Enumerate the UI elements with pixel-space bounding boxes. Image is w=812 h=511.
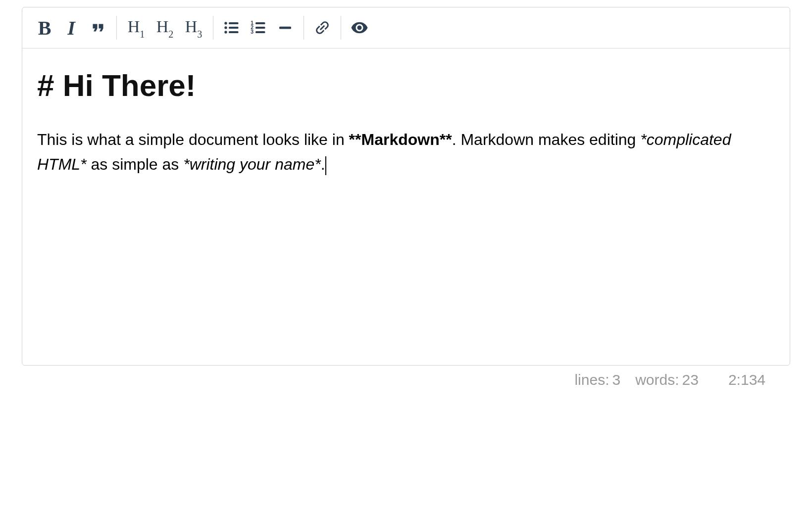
svg-rect-1: [229, 22, 239, 24]
svg-rect-3: [229, 27, 239, 29]
unordered-list-button[interactable]: [218, 13, 245, 42]
toolbar-separator: [304, 16, 304, 40]
text-span: .: [321, 155, 325, 173]
horizontal-rule-button[interactable]: [272, 13, 299, 42]
status-bar: lines: 3 words: 23 2:134: [22, 366, 790, 388]
heading1-icon: H1: [128, 17, 145, 39]
lines-value: 3: [612, 372, 621, 388]
svg-rect-7: [255, 22, 265, 24]
toolbar-separator: [213, 16, 213, 40]
preview-button[interactable]: [346, 13, 373, 42]
toolbar-separator: [341, 16, 341, 40]
svg-point-0: [224, 22, 227, 24]
editor-heading-line: # Hi There!: [37, 67, 775, 104]
words-value: 23: [682, 372, 699, 388]
text-cursor: [325, 156, 326, 175]
italic-button[interactable]: I: [58, 13, 85, 42]
minus-icon: [276, 19, 294, 37]
svg-rect-11: [255, 31, 265, 33]
svg-rect-9: [255, 27, 265, 29]
heading3-button[interactable]: H3: [179, 13, 208, 42]
editor-textarea[interactable]: # Hi There! This is what a simple docume…: [22, 48, 790, 365]
lines-count: lines: 3: [574, 372, 620, 388]
quote-icon: [89, 19, 107, 37]
heading2-icon: H2: [156, 17, 174, 39]
words-count: words: 23: [635, 372, 699, 388]
heading3-icon: H3: [185, 17, 203, 39]
italic-text-span: *writing your name*: [183, 155, 320, 173]
editor-paragraph-line: This is what a simple document looks lik…: [37, 128, 775, 177]
cursor-position: 2:134: [728, 372, 765, 388]
eye-icon: [351, 19, 368, 37]
numbered-list-icon: 1 2 3: [250, 19, 267, 37]
bold-text-span: **Markdown**: [349, 131, 452, 148]
words-label: words:: [635, 372, 679, 388]
svg-point-4: [224, 31, 227, 33]
bold-icon: B: [38, 16, 51, 40]
svg-rect-12: [279, 27, 291, 29]
editor-toolbar: B I H1 H2 H3: [22, 7, 790, 48]
bullet-list-icon: [223, 19, 241, 37]
text-span: This is what a simple document looks lik…: [37, 131, 349, 148]
svg-text:3: 3: [251, 29, 254, 35]
text-span: . Markdown makes editing: [452, 131, 641, 148]
lines-label: lines:: [574, 372, 609, 388]
link-icon: [313, 19, 331, 37]
editor-container: B I H1 H2 H3: [22, 7, 790, 366]
link-button[interactable]: [309, 13, 336, 42]
italic-icon: I: [67, 16, 75, 40]
blockquote-button[interactable]: [85, 13, 111, 42]
ordered-list-button[interactable]: 1 2 3: [245, 13, 272, 42]
text-span: as simple as: [87, 155, 184, 173]
heading2-button[interactable]: H2: [151, 13, 179, 42]
bold-button[interactable]: B: [31, 13, 58, 42]
heading1-button[interactable]: H1: [122, 13, 151, 42]
svg-point-2: [224, 26, 227, 29]
svg-rect-5: [229, 31, 239, 33]
toolbar-separator: [116, 16, 117, 40]
